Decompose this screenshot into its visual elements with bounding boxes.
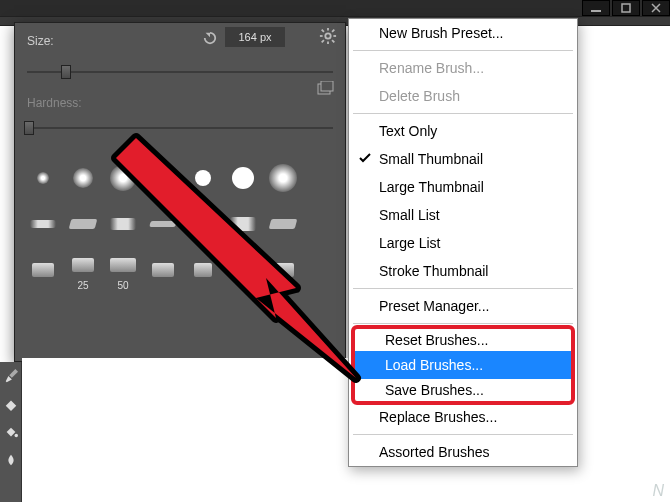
svg-rect-12 [321,81,333,91]
hardness-slider[interactable] [27,121,333,135]
svg-rect-1 [622,4,630,12]
brush-preset[interactable] [183,201,223,247]
brush-picker-panel: Size: 164 px Hardness: 25 50 [14,22,346,362]
svg-rect-0 [591,10,601,12]
brush-preset[interactable] [63,201,103,247]
menu-separator [353,434,573,435]
menu-save-brushes[interactable]: Save Brushes... [355,379,571,401]
svg-line-7 [322,30,324,32]
size-slider[interactable] [27,65,333,79]
menu-delete-brush: Delete Brush [349,82,577,110]
brush-preset[interactable] [23,201,63,247]
menu-large-list[interactable]: Large List [349,229,577,257]
brush-flyout-menu: New Brush Preset... Rename Brush... Dele… [348,18,578,467]
reset-size-icon[interactable] [201,31,219,45]
menu-new-preset[interactable]: New Brush Preset... [349,19,577,47]
minimize-button[interactable] [582,0,610,16]
svg-line-9 [322,40,324,42]
check-icon [359,152,371,164]
menu-small-thumbnail[interactable]: Small Thumbnail [349,145,577,173]
eraser-tool-icon[interactable] [1,390,21,418]
hardness-label: Hardness: [27,96,82,110]
menu-separator [353,50,573,51]
brush-preset[interactable] [223,155,263,201]
menu-text-only[interactable]: Text Only [349,117,577,145]
size-value: 164 px [238,31,271,43]
svg-point-13 [14,434,18,438]
brush-preset[interactable] [23,155,63,201]
brush-size-label: 25 [77,280,88,291]
new-brush-icon[interactable] [317,81,335,95]
brush-preset[interactable] [143,247,183,293]
menu-small-list[interactable]: Small List [349,201,577,229]
blur-tool-icon[interactable] [1,446,21,474]
brush-preset[interactable]: 50 [103,247,143,293]
brush-preset[interactable] [143,155,183,201]
maximize-button[interactable] [612,0,640,16]
close-button[interactable] [642,0,670,16]
highlight-callout: Reset Brushes... Load Brushes... Save Br… [351,325,575,405]
menu-separator [353,113,573,114]
brush-preset[interactable] [263,247,303,293]
menu-reset-brushes[interactable]: Reset Brushes... [355,329,571,351]
svg-point-2 [325,33,330,38]
svg-line-10 [332,30,334,32]
brush-preset[interactable] [103,201,143,247]
brush-preset[interactable] [63,155,103,201]
brush-preset[interactable] [223,201,263,247]
menu-assorted-brushes[interactable]: Assorted Brushes [349,438,577,466]
brush-preset[interactable] [23,247,63,293]
slider-thumb[interactable] [24,121,34,135]
brush-preset[interactable] [103,155,143,201]
menu-load-brushes[interactable]: Load Brushes... [355,351,571,379]
brush-size-label: 50 [117,280,128,291]
menu-rename-brush: Rename Brush... [349,54,577,82]
menu-stroke-thumbnail[interactable]: Stroke Thumbnail [349,257,577,285]
titlebar [0,0,670,16]
brush-tool-icon[interactable] [1,362,21,390]
size-label: Size: [27,34,54,48]
brush-preset[interactable] [143,201,183,247]
brush-preset[interactable] [263,201,303,247]
brush-preset[interactable] [263,155,303,201]
menu-large-thumbnail[interactable]: Large Thumbnail [349,173,577,201]
menu-separator [353,288,573,289]
menu-preset-manager[interactable]: Preset Manager... [349,292,577,320]
brush-preset[interactable] [223,247,263,293]
tools-panel [0,362,22,502]
gear-icon[interactable] [319,27,337,45]
bucket-tool-icon[interactable] [1,418,21,446]
size-input[interactable]: 164 px [225,27,285,47]
svg-line-8 [332,40,334,42]
watermark: N [652,482,664,500]
menu-separator [353,323,573,324]
brush-preset[interactable] [183,155,223,201]
menu-replace-brushes[interactable]: Replace Brushes... [349,403,577,431]
brush-grid: 25 50 [23,155,337,293]
brush-preset[interactable]: 25 [63,247,103,293]
slider-thumb[interactable] [61,65,71,79]
brush-preset[interactable] [183,247,223,293]
